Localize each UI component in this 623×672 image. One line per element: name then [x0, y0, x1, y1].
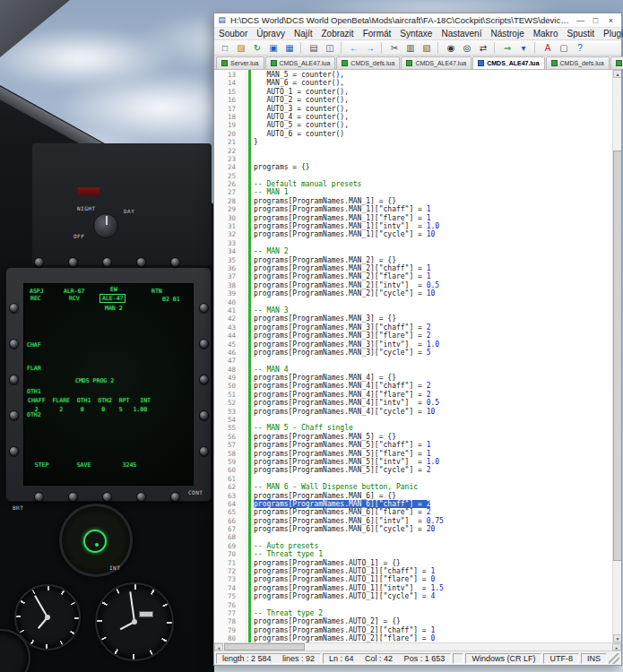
scroll-up-button[interactable]: ▲ — [613, 70, 621, 78]
code-line-26[interactable]: 26-- Default manual presets — [214, 180, 612, 188]
code-line-24[interactable]: 24programs = {} — [214, 163, 612, 171]
night-day-knob[interactable] — [93, 213, 118, 238]
code-line-21[interactable]: 21} — [214, 138, 612, 146]
toolbar-fullscreen-icon[interactable]: ▢ — [556, 41, 572, 55]
mfd-bezel-button[interactable] — [9, 339, 19, 349]
code-line-35[interactable]: 35programs[ProgramNames.MAN_2] = {} — [214, 256, 612, 264]
code-line-69[interactable]: 69-- Auto presets — [214, 542, 612, 550]
code-line-58[interactable]: 58programs[ProgramNames.MAN_5]["flare"] … — [214, 450, 612, 458]
code-line-78[interactable]: 78programs[ProgramNames.AUTO_2] = {} — [214, 617, 612, 625]
menu-item-nastaven[interactable]: Nastavení — [437, 29, 486, 39]
code-line-68[interactable]: 68 — [214, 533, 612, 541]
horizontal-scrollbar[interactable]: ◂ ▸ — [214, 642, 621, 650]
toolbar-undo-icon[interactable]: ← — [346, 41, 362, 55]
code-line-67[interactable]: 67programs[ProgramNames.MAN_6]["cycle"] … — [214, 525, 612, 533]
code-line-37[interactable]: 37programs[ProgramNames.MAN_2]["flare"] … — [214, 272, 612, 280]
code-line-53[interactable]: 53programs[ProgramNames.MAN_4]["cycle"] … — [214, 408, 612, 416]
toolbar-bookmark-icon[interactable]: ▾ — [515, 41, 532, 55]
code-line-55[interactable]: 55-- MAN 5 - Chaff single — [214, 424, 612, 432]
vertical-scroll-thumb[interactable] — [613, 151, 621, 561]
code-editor[interactable]: 13 MAN_5 = counter(),14 MAN_6 = counter(… — [214, 70, 621, 642]
code-line-33[interactable]: 33 — [214, 239, 612, 247]
mfd-bezel-button[interactable] — [136, 257, 146, 267]
code-line-31[interactable]: 31programs[ProgramNames.MAN_1]["intv"] =… — [214, 222, 612, 230]
toolbar-reload-icon[interactable]: ↻ — [249, 41, 265, 55]
mfd-bezel-button[interactable] — [9, 410, 19, 420]
tab-cmds_defs.lua[interactable]: CMDS_defs.lua — [546, 56, 610, 69]
tab-ale45_prg[interactable]: ALE45_PRG — [610, 56, 623, 69]
mfd-bezel-button[interactable] — [170, 492, 180, 502]
menu-item-syntaxe[interactable]: Syntaxe — [395, 29, 437, 39]
code-line-62[interactable]: 62-- MAN 6 - Wall Dispense button, Panic — [214, 483, 612, 491]
toolbar-goto-line-icon[interactable]: ⇒ — [499, 41, 515, 55]
code-line-73[interactable]: 73programs[ProgramNames.AUTO_1]["flare"]… — [214, 575, 612, 583]
code-line-54[interactable]: 54 — [214, 416, 612, 424]
code-line-18[interactable]: 18 AUTO_4 = counter(), — [214, 113, 612, 121]
code-line-14[interactable]: 14 MAN_6 = counter(), — [214, 79, 612, 87]
mfd-bezel-button[interactable] — [9, 446, 19, 456]
code-line-44[interactable]: 44programs[ProgramNames.MAN_3]["flare"] … — [214, 332, 612, 340]
code-line-38[interactable]: 38programs[ProgramNames.MAN_2]["intv"] =… — [214, 281, 612, 289]
code-line-17[interactable]: 17 AUTO_3 = counter(), — [214, 105, 612, 113]
code-line-40[interactable]: 40 — [214, 298, 612, 306]
menu-item-nstroje[interactable]: Nástroje — [486, 29, 528, 39]
maximize-button[interactable]: □ — [588, 16, 603, 25]
code-line-16[interactable]: 16 AUTO_2 = counter(), — [214, 96, 612, 104]
title-bar[interactable]: ▤ H:\DCS World\DCS World OpenBeta\Mods\a… — [214, 13, 621, 28]
code-line-39[interactable]: 39programs[ProgramNames.MAN_2]["cycle"] … — [214, 289, 612, 297]
mfd-bezel-button[interactable] — [199, 339, 209, 349]
tab-server.lua[interactable]: Server.lua — [216, 56, 264, 69]
mfd-bezel-button[interactable] — [199, 375, 209, 384]
mfd-bezel-button[interactable] — [170, 257, 180, 267]
close-button[interactable]: × — [603, 16, 619, 25]
menu-item-zobrazit[interactable]: Zobrazit — [317, 29, 359, 39]
tab-cmds_ale47.lua[interactable]: CMDS_ALE47.lua — [401, 56, 472, 69]
tab-cmds_ale47.lua[interactable]: CMDS_ALE47.lua — [265, 56, 336, 69]
mfd-bezel-button[interactable] — [34, 257, 44, 267]
code-line-65[interactable]: 65programs[ProgramNames.MAN_6]["flare"] … — [214, 508, 612, 516]
menu-item-pluginy[interactable]: Pluginy — [599, 29, 623, 39]
code-line-25[interactable]: 25 — [214, 172, 612, 180]
code-line-23[interactable]: 23 — [214, 155, 612, 163]
toolbar-replace-icon[interactable]: ⇄ — [475, 41, 491, 55]
scroll-right-button[interactable]: ▸ — [612, 643, 621, 650]
code-line-48[interactable]: 48-- MAN 4 — [214, 366, 612, 374]
code-line-22[interactable]: 22 — [214, 147, 612, 155]
menu-item-pravy[interactable]: Úpravy — [252, 29, 290, 39]
code-line-75[interactable]: 75programs[ProgramNames.AUTO_1]["cycle"]… — [214, 592, 612, 600]
vertical-scrollbar[interactable]: ▲ ▼ — [612, 70, 621, 642]
code-line-32[interactable]: 32programs[ProgramNames.MAN_1]["cycle"] … — [214, 230, 612, 238]
mfd-bezel-button[interactable] — [102, 257, 112, 267]
code-line-76[interactable]: 76 — [214, 601, 612, 609]
toolbar-help-icon[interactable]: ? — [572, 41, 588, 55]
code-line-80[interactable]: 80programs[ProgramNames.AUTO_2]["flare"]… — [214, 634, 612, 642]
mfd-bezel-button[interactable] — [136, 492, 146, 502]
code-line-45[interactable]: 45programs[ProgramNames.MAN_3]["intv"] =… — [214, 340, 612, 349]
code-line-20[interactable]: 20 AUTO_6 = counter() — [214, 130, 612, 138]
code-line-74[interactable]: 74programs[ProgramNames.AUTO_1]["intv"] … — [214, 584, 612, 592]
mfd-bezel-button[interactable] — [199, 446, 209, 456]
code-line-71[interactable]: 71programs[ProgramNames.AUTO_1] = {} — [214, 559, 612, 567]
code-line-56[interactable]: 56programs[ProgramNames.MAN_5] = {} — [214, 433, 612, 441]
toolbar-cut-icon[interactable]: ✂ — [386, 41, 402, 55]
mfd-bezel-button[interactable] — [199, 303, 209, 313]
code-line-29[interactable]: 29programs[ProgramNames.MAN_1]["chaff"] … — [214, 205, 612, 213]
code-line-49[interactable]: 49programs[ProgramNames.MAN_4] = {} — [214, 374, 612, 382]
toolbar-redo-icon[interactable]: → — [362, 41, 378, 55]
code-line-41[interactable]: 41-- MAN 3 — [214, 306, 612, 314]
code-line-57[interactable]: 57programs[ProgramNames.MAN_5]["chaff"] … — [214, 441, 612, 449]
code-line-51[interactable]: 51programs[ProgramNames.MAN_4]["flare"] … — [214, 391, 612, 399]
mfd-bezel-button[interactable] — [199, 410, 209, 420]
code-line-79[interactable]: 79programs[ProgramNames.AUTO_2]["chaff"]… — [214, 626, 612, 634]
toolbar-find-icon[interactable]: ◉ — [443, 41, 459, 55]
toolbar-print-icon[interactable]: ▤ — [306, 41, 322, 55]
code-line-64[interactable]: 64programs[ProgramNames.MAN_6]["chaff"] … — [214, 500, 612, 508]
minimize-button[interactable]: — — [573, 16, 588, 25]
code-line-66[interactable]: 66programs[ProgramNames.MAN_6]["intv"] =… — [214, 517, 612, 525]
code-line-63[interactable]: 63programs[ProgramNames.MAN_6] = {} — [214, 492, 612, 500]
mfd-bezel-button[interactable] — [68, 257, 78, 267]
mfd-bezel-button[interactable] — [68, 492, 78, 502]
toolbar-save-icon[interactable]: ▣ — [265, 41, 281, 55]
code-line-42[interactable]: 42programs[ProgramNames.MAN_3] = {} — [214, 314, 612, 323]
toolbar-find-next-icon[interactable]: ◎ — [459, 41, 475, 55]
